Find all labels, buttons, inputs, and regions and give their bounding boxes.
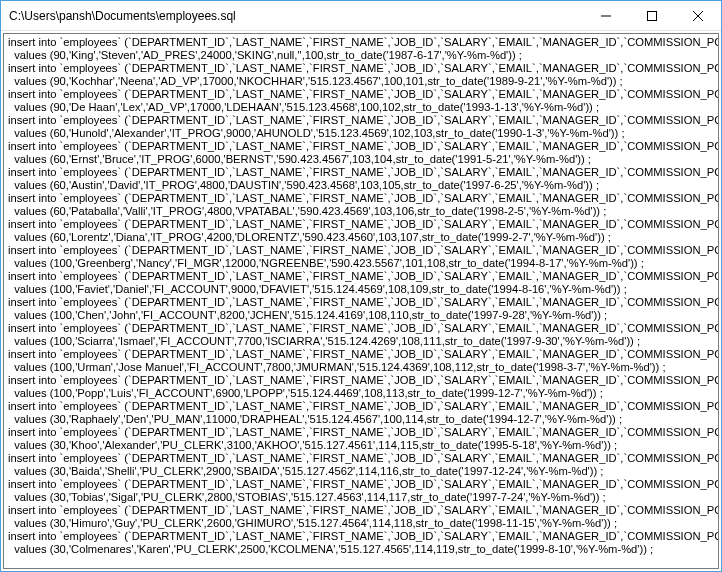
minimize-icon bbox=[601, 11, 611, 21]
window-title: C:\Users\pansh\Documents\employees.sql bbox=[9, 9, 583, 23]
window-controls bbox=[583, 1, 721, 30]
window-titlebar: C:\Users\pansh\Documents\employees.sql bbox=[1, 1, 721, 31]
close-icon bbox=[693, 11, 703, 21]
content-pane[interactable]: insert into `employees` (`DEPARTMENT_ID`… bbox=[1, 31, 721, 571]
close-button[interactable] bbox=[675, 1, 721, 30]
svg-rect-1 bbox=[648, 11, 657, 20]
minimize-button[interactable] bbox=[583, 1, 629, 30]
sql-text[interactable]: insert into `employees` (`DEPARTMENT_ID`… bbox=[3, 33, 719, 569]
maximize-icon bbox=[647, 11, 657, 21]
maximize-button[interactable] bbox=[629, 1, 675, 30]
